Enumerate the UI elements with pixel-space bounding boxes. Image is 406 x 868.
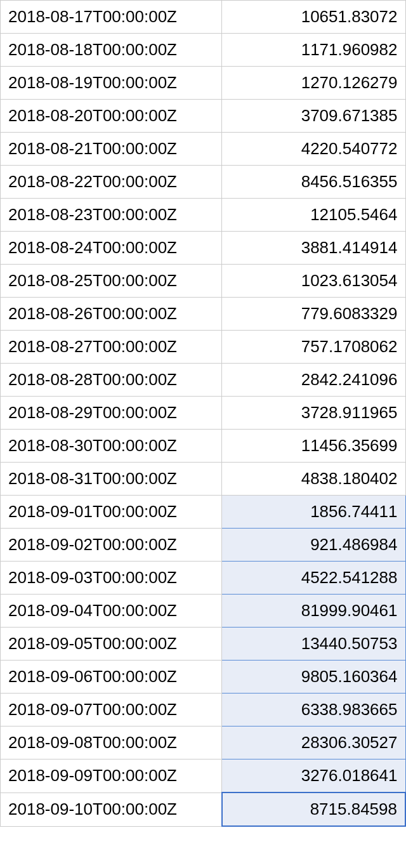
value-cell[interactable]: 8715.84598 [222,792,405,826]
date-cell[interactable]: 2018-08-27T00:00:00Z [1,331,222,364]
table-row: 2018-08-25T00:00:00Z1023.613054 [1,265,406,298]
date-cell[interactable]: 2018-08-22T00:00:00Z [1,166,222,199]
date-cell[interactable]: 2018-08-19T00:00:00Z [1,67,222,100]
value-cell[interactable]: 3709.671385 [222,100,405,133]
table-row: 2018-08-18T00:00:00Z1171.960982 [1,34,406,67]
table-row: 2018-09-03T00:00:00Z4522.541288 [1,562,406,595]
value-cell[interactable]: 9805.160364 [222,661,405,694]
table-row: 2018-08-27T00:00:00Z757.1708062 [1,331,406,364]
date-cell[interactable]: 2018-08-25T00:00:00Z [1,265,222,298]
value-cell[interactable]: 4838.180402 [222,463,405,496]
value-cell[interactable]: 1023.613054 [222,265,405,298]
table-row: 2018-09-01T00:00:00Z1856.74411 [1,496,406,529]
table-row: 2018-08-31T00:00:00Z4838.180402 [1,463,406,496]
date-cell[interactable]: 2018-08-24T00:00:00Z [1,232,222,265]
date-cell[interactable]: 2018-08-18T00:00:00Z [1,34,222,67]
value-cell[interactable]: 10651.83072 [222,1,405,34]
value-cell[interactable]: 4220.540772 [222,133,405,166]
value-cell[interactable]: 8456.516355 [222,166,405,199]
table-row: 2018-08-17T00:00:00Z10651.83072 [1,1,406,34]
value-cell[interactable]: 12105.5464 [222,199,405,232]
table-row: 2018-09-07T00:00:00Z6338.983665 [1,694,406,727]
spreadsheet-table[interactable]: 2018-08-17T00:00:00Z10651.830722018-08-1… [0,0,406,827]
date-cell[interactable]: 2018-09-01T00:00:00Z [1,496,222,529]
table-row: 2018-08-29T00:00:00Z3728.911965 [1,397,406,430]
table-row: 2018-09-06T00:00:00Z9805.160364 [1,661,406,694]
value-cell[interactable]: 4522.541288 [222,562,405,595]
table-row: 2018-08-28T00:00:00Z2842.241096 [1,364,406,397]
date-cell[interactable]: 2018-08-30T00:00:00Z [1,430,222,463]
value-cell[interactable]: 3881.414914 [222,232,405,265]
value-cell[interactable]: 1856.74411 [222,496,405,529]
table-row: 2018-08-19T00:00:00Z1270.126279 [1,67,406,100]
table-row: 2018-08-22T00:00:00Z8456.516355 [1,166,406,199]
table-row: 2018-08-24T00:00:00Z3881.414914 [1,232,406,265]
date-cell[interactable]: 2018-08-28T00:00:00Z [1,364,222,397]
date-cell[interactable]: 2018-09-02T00:00:00Z [1,529,222,562]
value-cell[interactable]: 1270.126279 [222,67,405,100]
date-cell[interactable]: 2018-08-31T00:00:00Z [1,463,222,496]
table-body: 2018-08-17T00:00:00Z10651.830722018-08-1… [1,1,406,827]
date-cell[interactable]: 2018-09-06T00:00:00Z [1,661,222,694]
date-cell[interactable]: 2018-09-07T00:00:00Z [1,694,222,727]
table-row: 2018-08-20T00:00:00Z3709.671385 [1,100,406,133]
date-cell[interactable]: 2018-08-21T00:00:00Z [1,133,222,166]
value-cell[interactable]: 11456.35699 [222,430,405,463]
date-cell[interactable]: 2018-08-20T00:00:00Z [1,100,222,133]
value-cell[interactable]: 13440.50753 [222,628,405,661]
value-cell[interactable]: 921.486984 [222,529,405,562]
date-cell[interactable]: 2018-08-29T00:00:00Z [1,397,222,430]
date-cell[interactable]: 2018-09-10T00:00:00Z [1,792,222,826]
date-cell[interactable]: 2018-08-26T00:00:00Z [1,298,222,331]
value-cell[interactable]: 779.6083329 [222,298,405,331]
date-cell[interactable]: 2018-08-23T00:00:00Z [1,199,222,232]
date-cell[interactable]: 2018-09-03T00:00:00Z [1,562,222,595]
date-cell[interactable]: 2018-09-08T00:00:00Z [1,727,222,760]
value-cell[interactable]: 1171.960982 [222,34,405,67]
date-cell[interactable]: 2018-08-17T00:00:00Z [1,1,222,34]
date-cell[interactable]: 2018-09-04T00:00:00Z [1,595,222,628]
table-row: 2018-09-02T00:00:00Z921.486984 [1,529,406,562]
value-cell[interactable]: 28306.30527 [222,727,405,760]
value-cell[interactable]: 6338.983665 [222,694,405,727]
date-cell[interactable]: 2018-09-05T00:00:00Z [1,628,222,661]
table-row: 2018-09-10T00:00:00Z8715.84598 [1,792,406,826]
date-cell[interactable]: 2018-09-09T00:00:00Z [1,760,222,793]
value-cell[interactable]: 81999.90461 [222,595,405,628]
table-row: 2018-09-08T00:00:00Z28306.30527 [1,727,406,760]
value-cell[interactable]: 2842.241096 [222,364,405,397]
table-row: 2018-08-21T00:00:00Z4220.540772 [1,133,406,166]
table-row: 2018-09-09T00:00:00Z3276.018641 [1,760,406,793]
table-row: 2018-09-04T00:00:00Z81999.90461 [1,595,406,628]
table-row: 2018-08-26T00:00:00Z779.6083329 [1,298,406,331]
value-cell[interactable]: 757.1708062 [222,331,405,364]
table-row: 2018-09-05T00:00:00Z13440.50753 [1,628,406,661]
value-cell[interactable]: 3728.911965 [222,397,405,430]
value-cell[interactable]: 3276.018641 [222,760,405,793]
table-row: 2018-08-23T00:00:00Z12105.5464 [1,199,406,232]
table-row: 2018-08-30T00:00:00Z11456.35699 [1,430,406,463]
